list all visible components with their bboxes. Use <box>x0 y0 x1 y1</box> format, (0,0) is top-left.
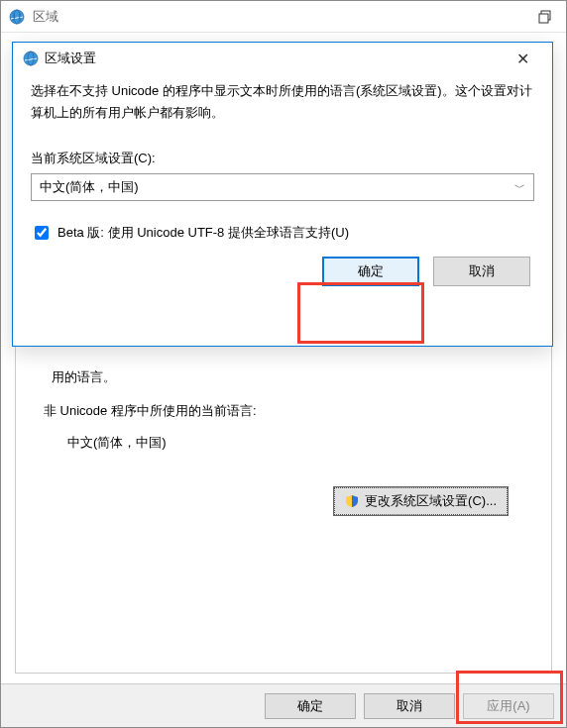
region-cancel-button[interactable]: 取消 <box>364 693 455 719</box>
locale-dialog-button-row: 确定 取消 <box>31 257 534 286</box>
utf8-beta-checkbox-row[interactable]: Beta 版: 使用 Unicode UTF-8 提供全球语言支持(U) <box>31 223 534 243</box>
region-apply-label: 应用(A) <box>487 697 529 715</box>
region-apply-button[interactable]: 应用(A) <box>463 693 554 719</box>
locale-ok-label: 确定 <box>358 262 384 280</box>
truncated-help-text: 用的语言。 <box>52 368 116 386</box>
region-footer: 确定 取消 应用(A) <box>1 683 566 727</box>
locale-settings-title: 区域设置 <box>45 50 96 67</box>
locale-cancel-label: 取消 <box>469 262 495 280</box>
region-ok-button[interactable]: 确定 <box>265 693 356 719</box>
locale-settings-titlebar: 区域设置 ✕ <box>13 43 552 74</box>
close-icon: ✕ <box>516 50 529 68</box>
svg-rect-4 <box>539 14 548 23</box>
region-window-title: 区域 <box>33 8 58 26</box>
change-system-locale-label: 更改系统区域设置(C)... <box>365 492 497 510</box>
locale-cancel-button[interactable]: 取消 <box>433 257 530 286</box>
globe-icon <box>23 51 39 66</box>
close-button[interactable]: ✕ <box>503 44 542 73</box>
region-cancel-label: 取消 <box>397 697 422 715</box>
locale-ok-button[interactable]: 确定 <box>322 257 419 286</box>
chevron-down-icon: ﹀ <box>514 180 525 195</box>
region-titlebar: 区域 <box>1 1 566 33</box>
utf8-beta-label: Beta 版: 使用 Unicode UTF-8 提供全球语言支持(U) <box>57 224 349 242</box>
restore-down-icon <box>538 10 552 24</box>
region-ok-label: 确定 <box>297 697 323 715</box>
locale-select[interactable]: 中文(简体，中国) ﹀ <box>31 173 534 201</box>
change-system-locale-button[interactable]: 更改系统区域设置(C)... <box>334 487 508 515</box>
shield-icon <box>345 494 359 508</box>
utf8-beta-checkbox[interactable] <box>35 226 49 240</box>
locale-settings-body: 选择在不支持 Unicode 的程序中显示文本时所使用的语言(系统区域设置)。这… <box>13 74 552 300</box>
locale-settings-description: 选择在不支持 Unicode 的程序中显示文本时所使用的语言(系统区域设置)。这… <box>31 80 534 124</box>
current-non-unicode-language: 中文(简体，中国) <box>67 434 519 452</box>
locale-select-value: 中文(简体，中国) <box>40 178 139 196</box>
locale-settings-dialog: 区域设置 ✕ 选择在不支持 Unicode 的程序中显示文本时所使用的语言(系统… <box>12 42 553 347</box>
globe-icon <box>9 9 25 25</box>
non-unicode-section: 非 Unicode 程序中所使用的当前语言: 中文(简体，中国) 更改系统区域设… <box>44 402 519 479</box>
current-locale-label: 当前系统区域设置(C): <box>31 150 534 167</box>
non-unicode-heading: 非 Unicode 程序中所使用的当前语言: <box>44 402 519 420</box>
